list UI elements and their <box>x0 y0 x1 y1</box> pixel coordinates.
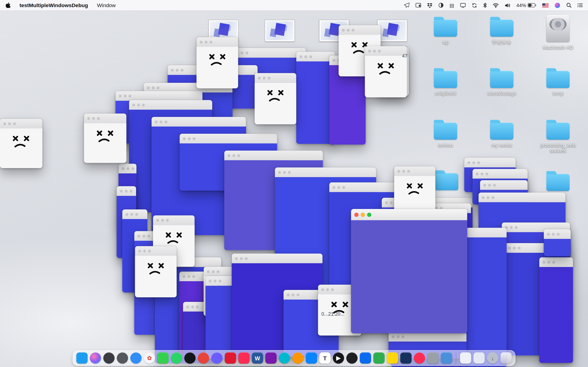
window-buttons[interactable] <box>138 235 150 237</box>
window-buttons[interactable] <box>368 50 380 52</box>
window-buttons[interactable] <box>3 122 16 125</box>
dock-item-messages[interactable] <box>157 352 169 364</box>
window-buttons[interactable] <box>392 335 404 338</box>
dock-item-safari[interactable] <box>130 352 141 364</box>
stack-icon[interactable]: ▤ <box>450 3 454 8</box>
window-titlebar[interactable] <box>480 180 527 190</box>
window-buttons[interactable] <box>342 29 355 31</box>
window-buttons[interactable] <box>543 261 555 263</box>
window-buttons[interactable] <box>476 173 488 175</box>
crashed-app-window[interactable] <box>365 46 407 98</box>
window-buttons[interactable] <box>547 233 560 235</box>
window-titlebar[interactable] <box>153 215 195 225</box>
display-icon[interactable] <box>460 3 466 8</box>
window-buttons[interactable] <box>126 213 138 215</box>
window-titlebar[interactable] <box>84 114 126 124</box>
window-buttons[interactable] <box>228 154 240 157</box>
window-buttons[interactable] <box>183 275 195 277</box>
dock-item-pink-app[interactable] <box>414 352 425 364</box>
window-titlebar[interactable] <box>338 25 380 35</box>
window-titlebar[interactable] <box>389 332 467 342</box>
bluetooth-icon[interactable] <box>483 2 487 8</box>
dock-item-chrome[interactable] <box>198 352 209 364</box>
dock-item-vscode[interactable] <box>306 352 317 364</box>
window-buttons[interactable] <box>87 117 100 119</box>
window-buttons[interactable] <box>482 196 494 199</box>
dock-item-green-app[interactable] <box>373 352 384 364</box>
dock-item-obs[interactable] <box>346 352 358 364</box>
siri-icon[interactable] <box>555 2 560 8</box>
window-titlebar[interactable] <box>122 209 147 219</box>
dock-item-siri[interactable] <box>90 352 101 364</box>
window-titlebar[interactable] <box>464 158 516 168</box>
dock-item-firefox[interactable] <box>292 352 304 364</box>
dock-item-navy-app[interactable] <box>400 352 412 364</box>
window-titlebar[interactable] <box>117 186 136 196</box>
crashed-app-window[interactable] <box>0 119 42 168</box>
volume-icon[interactable] <box>505 3 510 8</box>
window-buttons[interactable] <box>147 86 159 89</box>
dock-item-whatsapp[interactable] <box>171 352 182 364</box>
menu-window[interactable]: Window <box>97 2 115 8</box>
window-buttons[interactable] <box>287 293 299 296</box>
dropbox-icon[interactable] <box>427 3 432 8</box>
window-buttons[interactable] <box>183 137 195 140</box>
crashed-app-window[interactable] <box>255 73 296 124</box>
window-buttons[interactable] <box>156 219 169 221</box>
window-buttons[interactable] <box>508 247 520 249</box>
notification-center-icon[interactable] <box>578 3 583 8</box>
dock-item-blue-app[interactable] <box>441 352 452 364</box>
window-buttons[interactable] <box>505 226 518 228</box>
dock-item-file-preview-1[interactable] <box>460 352 471 364</box>
window-titlebar[interactable] <box>275 167 376 177</box>
crashed-app-window[interactable] <box>135 246 177 298</box>
dock-item-texteditor[interactable]: T <box>319 352 330 364</box>
app-window[interactable] <box>539 257 573 363</box>
window-buttons[interactable] <box>209 280 221 282</box>
window-buttons[interactable] <box>333 186 345 189</box>
sync-icon[interactable] <box>472 3 477 8</box>
window-buttons[interactable] <box>138 250 151 252</box>
sidecar-icon[interactable] <box>415 3 421 8</box>
window-titlebar[interactable] <box>478 192 565 202</box>
dock-item-word[interactable]: W <box>252 352 263 364</box>
window-buttons[interactable] <box>258 77 270 79</box>
app-window[interactable] <box>544 229 571 256</box>
crashed-app-window[interactable] <box>197 37 238 89</box>
window-titlebar[interactable] <box>351 209 467 221</box>
window-buttons[interactable] <box>398 170 410 172</box>
window-titlebar[interactable] <box>180 134 277 144</box>
window-titlebar[interactable] <box>129 100 212 110</box>
window-titlebar[interactable] <box>544 229 571 239</box>
dock-item-qq[interactable] <box>184 352 195 364</box>
dock-item-launchpad[interactable] <box>103 352 115 364</box>
window-titlebar[interactable] <box>232 253 322 264</box>
window-buttons[interactable] <box>119 94 131 97</box>
dock-item-iina[interactable] <box>211 352 223 364</box>
window-buttons[interactable] <box>468 161 480 164</box>
window-buttons[interactable] <box>278 171 291 173</box>
crashed-app-window[interactable] <box>84 114 126 163</box>
flag-us-icon[interactable] <box>542 3 549 7</box>
spotlight-icon[interactable] <box>566 2 571 8</box>
window-titlebar[interactable] <box>539 257 573 267</box>
window-buttons[interactable] <box>155 120 167 123</box>
window-buttons[interactable] <box>120 190 132 192</box>
dock-item-purple-app[interactable] <box>265 352 277 364</box>
dock-item-finder[interactable] <box>76 352 87 364</box>
dock-item-netease-music[interactable] <box>225 352 236 364</box>
wifi-icon[interactable] <box>493 3 499 8</box>
window-titlebar[interactable] <box>233 48 306 58</box>
dock-item-red-note[interactable] <box>238 352 250 364</box>
creative-cloud-icon[interactable] <box>438 2 443 8</box>
dock-item-player[interactable]: ▶ <box>333 352 344 364</box>
window-buttons[interactable] <box>132 103 145 106</box>
dock-item-file-preview-2[interactable] <box>473 352 485 364</box>
window-titlebar[interactable] <box>394 166 435 176</box>
dock-item-keynote[interactable] <box>360 352 371 364</box>
window-buttons[interactable] <box>186 305 199 308</box>
dock-item-teal-app[interactable] <box>279 352 290 364</box>
active-app-window[interactable] <box>351 209 467 333</box>
window-titlebar[interactable] <box>115 91 203 101</box>
crashed-app-window[interactable] <box>394 166 435 216</box>
